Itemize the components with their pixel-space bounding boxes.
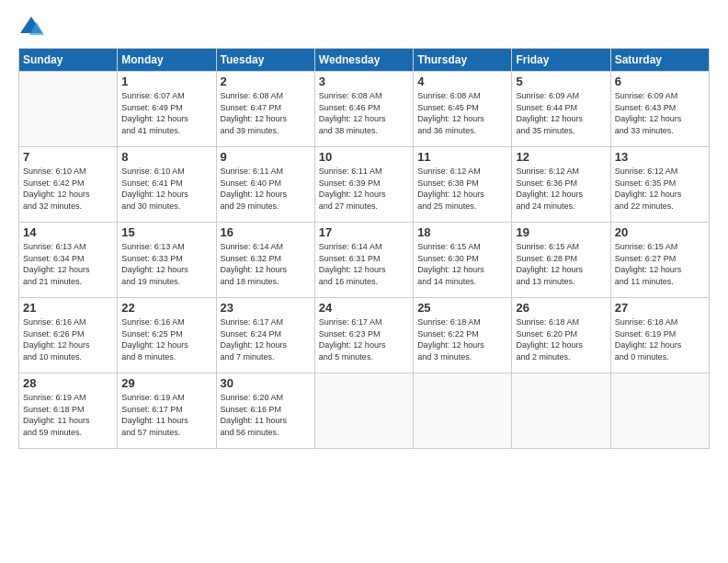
calendar-cell: 3Sunrise: 6:08 AM Sunset: 6:46 PM Daylig…: [314, 72, 413, 147]
day-info: Sunrise: 6:08 AM Sunset: 6:45 PM Dayligh…: [417, 90, 507, 136]
calendar-cell: 25Sunrise: 6:18 AM Sunset: 6:22 PM Dayli…: [414, 298, 512, 373]
day-info: Sunrise: 6:16 AM Sunset: 6:26 PM Dayligh…: [23, 316, 113, 362]
day-number: 8: [121, 150, 211, 164]
calendar-cell: [414, 373, 512, 449]
calendar-cell: 24Sunrise: 6:17 AM Sunset: 6:23 PM Dayli…: [314, 298, 413, 373]
day-of-week-header: Sunday: [19, 49, 118, 72]
day-info: Sunrise: 6:20 AM Sunset: 6:16 PM Dayligh…: [221, 392, 311, 438]
day-number: 14: [23, 225, 113, 239]
calendar-cell: 29Sunrise: 6:19 AM Sunset: 6:17 PM Dayli…: [118, 373, 216, 449]
calendar-cell: 7Sunrise: 6:10 AM Sunset: 6:42 PM Daylig…: [19, 147, 118, 223]
calendar-cell: 16Sunrise: 6:14 AM Sunset: 6:32 PM Dayli…: [216, 223, 314, 298]
day-info: Sunrise: 6:13 AM Sunset: 6:34 PM Dayligh…: [23, 241, 113, 287]
day-info: Sunrise: 6:15 AM Sunset: 6:27 PM Dayligh…: [615, 241, 705, 287]
day-number: 29: [121, 376, 211, 390]
day-number: 15: [121, 225, 211, 239]
day-info: Sunrise: 6:09 AM Sunset: 6:44 PM Dayligh…: [516, 90, 606, 136]
day-number: 25: [417, 301, 507, 315]
day-info: Sunrise: 6:15 AM Sunset: 6:28 PM Dayligh…: [516, 241, 606, 287]
calendar-cell: [19, 72, 118, 147]
day-info: Sunrise: 6:18 AM Sunset: 6:20 PM Dayligh…: [516, 316, 606, 362]
day-info: Sunrise: 6:10 AM Sunset: 6:42 PM Dayligh…: [23, 166, 113, 212]
day-info: Sunrise: 6:11 AM Sunset: 6:40 PM Dayligh…: [221, 166, 311, 212]
calendar-cell: 27Sunrise: 6:18 AM Sunset: 6:19 PM Dayli…: [610, 298, 709, 373]
day-info: Sunrise: 6:12 AM Sunset: 6:36 PM Dayligh…: [516, 166, 606, 212]
day-info: Sunrise: 6:19 AM Sunset: 6:18 PM Dayligh…: [23, 392, 113, 438]
day-info: Sunrise: 6:14 AM Sunset: 6:31 PM Dayligh…: [319, 241, 409, 287]
day-number: 20: [615, 225, 705, 239]
day-info: Sunrise: 6:18 AM Sunset: 6:22 PM Dayligh…: [417, 316, 507, 362]
calendar-cell: 26Sunrise: 6:18 AM Sunset: 6:20 PM Dayli…: [512, 298, 610, 373]
day-info: Sunrise: 6:07 AM Sunset: 6:49 PM Dayligh…: [121, 90, 211, 136]
day-number: 1: [121, 75, 211, 88]
day-number: 26: [516, 301, 606, 315]
day-info: Sunrise: 6:13 AM Sunset: 6:33 PM Dayligh…: [121, 241, 211, 287]
day-number: 6: [615, 75, 705, 88]
day-number: 4: [417, 75, 507, 88]
day-info: Sunrise: 6:08 AM Sunset: 6:47 PM Dayligh…: [221, 90, 311, 136]
calendar-cell: 22Sunrise: 6:16 AM Sunset: 6:25 PM Dayli…: [118, 298, 216, 373]
day-number: 5: [516, 75, 606, 88]
day-of-week-header: Friday: [512, 49, 610, 72]
calendar-cell: 13Sunrise: 6:12 AM Sunset: 6:35 PM Dayli…: [610, 147, 709, 223]
day-number: 7: [23, 150, 113, 164]
calendar-cell: 20Sunrise: 6:15 AM Sunset: 6:27 PM Dayli…: [610, 223, 709, 298]
calendar-cell: 2Sunrise: 6:08 AM Sunset: 6:47 PM Daylig…: [216, 72, 314, 147]
day-of-week-header: Monday: [118, 49, 216, 72]
day-info: Sunrise: 6:11 AM Sunset: 6:39 PM Dayligh…: [319, 166, 409, 212]
day-info: Sunrise: 6:17 AM Sunset: 6:24 PM Dayligh…: [221, 316, 311, 362]
calendar-cell: 10Sunrise: 6:11 AM Sunset: 6:39 PM Dayli…: [314, 147, 413, 223]
calendar-cell: 8Sunrise: 6:10 AM Sunset: 6:41 PM Daylig…: [118, 147, 216, 223]
logo: [18, 15, 48, 40]
calendar-cell: 4Sunrise: 6:08 AM Sunset: 6:45 PM Daylig…: [414, 72, 512, 147]
day-number: 30: [221, 376, 311, 390]
day-info: Sunrise: 6:17 AM Sunset: 6:23 PM Dayligh…: [319, 316, 409, 362]
calendar-cell: [512, 373, 610, 449]
calendar-cell: 19Sunrise: 6:15 AM Sunset: 6:28 PM Dayli…: [512, 223, 610, 298]
day-number: 23: [221, 301, 311, 315]
day-info: Sunrise: 6:12 AM Sunset: 6:38 PM Dayligh…: [417, 166, 507, 212]
day-info: Sunrise: 6:09 AM Sunset: 6:43 PM Dayligh…: [615, 90, 705, 136]
day-info: Sunrise: 6:10 AM Sunset: 6:41 PM Dayligh…: [121, 166, 211, 212]
calendar-cell: 11Sunrise: 6:12 AM Sunset: 6:38 PM Dayli…: [414, 147, 512, 223]
day-of-week-header: Thursday: [414, 49, 512, 72]
calendar-cell: 14Sunrise: 6:13 AM Sunset: 6:34 PM Dayli…: [19, 223, 118, 298]
day-of-week-header: Wednesday: [314, 49, 413, 72]
day-number: 3: [319, 75, 409, 88]
day-info: Sunrise: 6:12 AM Sunset: 6:35 PM Dayligh…: [615, 166, 705, 212]
day-number: 21: [23, 301, 113, 315]
calendar-cell: 23Sunrise: 6:17 AM Sunset: 6:24 PM Dayli…: [216, 298, 314, 373]
day-info: Sunrise: 6:14 AM Sunset: 6:32 PM Dayligh…: [221, 241, 311, 287]
calendar-cell: 28Sunrise: 6:19 AM Sunset: 6:18 PM Dayli…: [19, 373, 118, 449]
day-of-week-header: Tuesday: [216, 49, 314, 72]
day-number: 22: [121, 301, 211, 315]
day-number: 16: [221, 225, 311, 239]
calendar-cell: 17Sunrise: 6:14 AM Sunset: 6:31 PM Dayli…: [314, 223, 413, 298]
day-number: 27: [615, 301, 705, 315]
calendar-cell: 6Sunrise: 6:09 AM Sunset: 6:43 PM Daylig…: [610, 72, 709, 147]
day-number: 18: [417, 225, 507, 239]
calendar-cell: [314, 373, 413, 449]
logo-icon: [18, 15, 44, 40]
day-number: 12: [516, 150, 606, 164]
calendar-cell: 1Sunrise: 6:07 AM Sunset: 6:49 PM Daylig…: [118, 72, 216, 147]
calendar-cell: 21Sunrise: 6:16 AM Sunset: 6:26 PM Dayli…: [19, 298, 118, 373]
calendar-cell: 5Sunrise: 6:09 AM Sunset: 6:44 PM Daylig…: [512, 72, 610, 147]
calendar-cell: 12Sunrise: 6:12 AM Sunset: 6:36 PM Dayli…: [512, 147, 610, 223]
day-info: Sunrise: 6:18 AM Sunset: 6:19 PM Dayligh…: [615, 316, 705, 362]
calendar-cell: 18Sunrise: 6:15 AM Sunset: 6:30 PM Dayli…: [414, 223, 512, 298]
day-number: 28: [23, 376, 113, 390]
calendar-cell: [610, 373, 709, 449]
calendar-cell: 15Sunrise: 6:13 AM Sunset: 6:33 PM Dayli…: [118, 223, 216, 298]
day-number: 13: [615, 150, 705, 164]
day-of-week-header: Saturday: [610, 49, 709, 72]
calendar-table: SundayMondayTuesdayWednesdayThursdayFrid…: [18, 48, 710, 449]
calendar-header: SundayMondayTuesdayWednesdayThursdayFrid…: [19, 49, 710, 72]
day-info: Sunrise: 6:08 AM Sunset: 6:46 PM Dayligh…: [319, 90, 409, 136]
day-number: 17: [319, 225, 409, 239]
day-info: Sunrise: 6:15 AM Sunset: 6:30 PM Dayligh…: [417, 241, 507, 287]
day-number: 19: [516, 225, 606, 239]
day-number: 24: [319, 301, 409, 315]
day-info: Sunrise: 6:19 AM Sunset: 6:17 PM Dayligh…: [121, 392, 211, 438]
day-number: 11: [417, 150, 507, 164]
